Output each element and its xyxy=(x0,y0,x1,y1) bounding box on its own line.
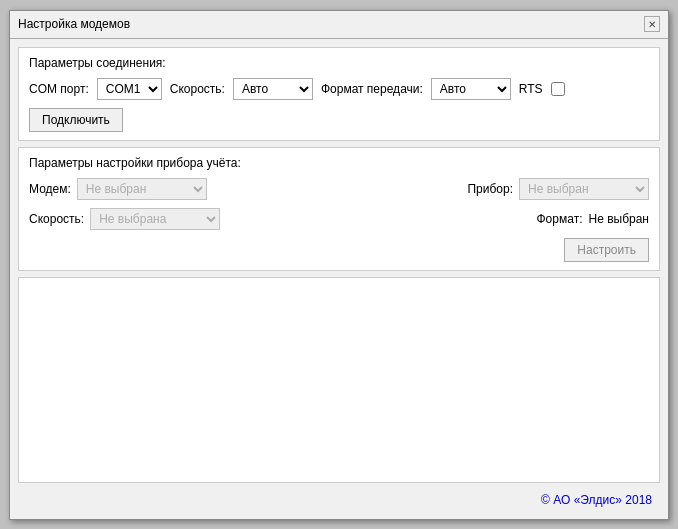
main-area xyxy=(18,277,660,483)
device-format-col: Формат: Не выбран xyxy=(537,212,650,226)
com-port-label: COM порт: xyxy=(29,82,89,96)
footer: © АО «Элдис» 2018 xyxy=(18,489,660,511)
modem-select[interactable]: Не выбран xyxy=(77,178,207,200)
connection-section: Параметры соединения: COM порт: COM1 COM… xyxy=(18,47,660,141)
rts-label: RTS xyxy=(519,82,543,96)
device-label: Прибор: xyxy=(467,182,513,196)
main-window: Настройка модемов ✕ Параметры соединения… xyxy=(9,10,669,520)
device-format-label: Формат: xyxy=(537,212,583,226)
device-col: Прибор: Не выбран xyxy=(467,178,649,200)
device-format-value: Не выбран xyxy=(588,212,649,226)
connect-button[interactable]: Подключить xyxy=(29,108,123,132)
settings-button[interactable]: Настроить xyxy=(564,238,649,262)
device-speed-select[interactable]: Не выбрана xyxy=(90,208,220,230)
settings-btn-row: Настроить xyxy=(29,238,649,262)
modem-col: Модем: Не выбран xyxy=(29,178,207,200)
speed-select[interactable]: Авто 9600 19200 38400 57600 115200 xyxy=(233,78,313,100)
device-section-title: Параметры настройки прибора учёта: xyxy=(29,156,649,170)
window-title: Настройка модемов xyxy=(18,17,130,31)
connection-row: COM порт: COM1 COM2 COM3 COM4 Скорость: … xyxy=(29,78,649,132)
close-button[interactable]: ✕ xyxy=(644,16,660,32)
com-port-select[interactable]: COM1 COM2 COM3 COM4 xyxy=(97,78,162,100)
speed-label: Скорость: xyxy=(170,82,225,96)
modem-label: Модем: xyxy=(29,182,71,196)
title-bar: Настройка модемов ✕ xyxy=(10,11,668,39)
device-speed-label: Скорость: xyxy=(29,212,84,226)
format-select[interactable]: Авто 8N1 8E1 8O1 xyxy=(431,78,511,100)
device-speed-col: Скорость: Не выбрана xyxy=(29,208,220,230)
device-section: Параметры настройки прибора учёта: Модем… xyxy=(18,147,660,271)
rts-checkbox[interactable] xyxy=(551,82,565,96)
format-label: Формат передачи: xyxy=(321,82,423,96)
device-select[interactable]: Не выбран xyxy=(519,178,649,200)
device-row1: Модем: Не выбран Прибор: Не выбран xyxy=(29,178,649,200)
connection-section-title: Параметры соединения: xyxy=(29,56,649,70)
window-content: Параметры соединения: COM порт: COM1 COM… xyxy=(10,39,668,519)
copyright-text: © АО «Элдис» 2018 xyxy=(541,493,652,507)
device-row2: Скорость: Не выбрана Формат: Не выбран xyxy=(29,208,649,230)
